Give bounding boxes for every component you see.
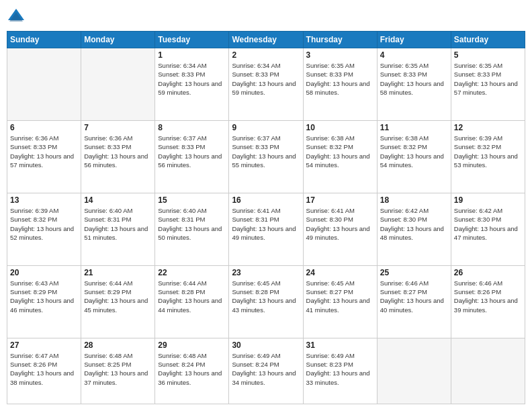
calendar-cell: 29Sunrise: 6:48 AM Sunset: 8:24 PM Dayli… [155,338,229,404]
day-number: 10 [306,123,374,132]
day-number: 11 [380,123,448,132]
day-number: 28 [84,340,152,350]
day-info: Sunrise: 6:46 AM Sunset: 8:27 PM Dayligh… [380,279,448,314]
day-number: 24 [306,268,374,277]
calendar-week-row: 1Sunrise: 6:34 AM Sunset: 8:33 PM Daylig… [7,48,525,121]
day-info: Sunrise: 6:44 AM Sunset: 8:28 PM Dayligh… [158,279,226,314]
day-info: Sunrise: 6:34 AM Sunset: 8:33 PM Dayligh… [232,61,300,97]
calendar-cell: 23Sunrise: 6:45 AM Sunset: 8:28 PM Dayli… [229,265,303,338]
day-number: 16 [232,195,300,205]
calendar-cell: 31Sunrise: 6:49 AM Sunset: 8:23 PM Dayli… [303,338,377,404]
day-info: Sunrise: 6:42 AM Sunset: 8:30 PM Dayligh… [454,206,522,242]
calendar-cell: 12Sunrise: 6:39 AM Sunset: 8:32 PM Dayli… [451,120,525,193]
day-number: 14 [84,195,152,205]
day-number: 26 [454,268,522,277]
calendar-cell: 26Sunrise: 6:46 AM Sunset: 8:26 PM Dayli… [451,265,525,338]
day-info: Sunrise: 6:36 AM Sunset: 8:33 PM Dayligh… [10,134,78,169]
day-info: Sunrise: 6:35 AM Sunset: 8:33 PM Dayligh… [454,61,522,97]
day-number: 19 [454,195,522,205]
days-of-week-row: SundayMondayTuesdayWednesdayThursdayFrid… [7,32,525,48]
calendar-cell: 27Sunrise: 6:47 AM Sunset: 8:26 PM Dayli… [7,338,81,404]
day-info: Sunrise: 6:44 AM Sunset: 8:29 PM Dayligh… [84,279,152,314]
day-number: 13 [10,195,78,205]
calendar-cell: 1Sunrise: 6:34 AM Sunset: 8:33 PM Daylig… [155,48,229,121]
day-number: 31 [306,340,374,350]
calendar-cell: 16Sunrise: 6:41 AM Sunset: 8:31 PM Dayli… [229,193,303,265]
day-number: 20 [10,268,78,277]
day-info: Sunrise: 6:41 AM Sunset: 8:30 PM Dayligh… [306,206,374,242]
day-number: 21 [84,268,152,277]
day-info: Sunrise: 6:47 AM Sunset: 8:26 PM Dayligh… [10,351,78,387]
day-info: Sunrise: 6:49 AM Sunset: 8:24 PM Dayligh… [232,351,300,387]
calendar-cell: 10Sunrise: 6:38 AM Sunset: 8:32 PM Dayli… [303,120,377,193]
calendar-cell: 13Sunrise: 6:39 AM Sunset: 8:32 PM Dayli… [7,193,81,265]
calendar-week-row: 27Sunrise: 6:47 AM Sunset: 8:26 PM Dayli… [7,338,525,404]
day-info: Sunrise: 6:39 AM Sunset: 8:32 PM Dayligh… [10,206,78,242]
day-info: Sunrise: 6:37 AM Sunset: 8:33 PM Dayligh… [232,134,300,169]
day-info: Sunrise: 6:46 AM Sunset: 8:26 PM Dayligh… [454,279,522,314]
calendar-cell: 30Sunrise: 6:49 AM Sunset: 8:24 PM Dayli… [229,338,303,404]
calendar-cell: 14Sunrise: 6:40 AM Sunset: 8:31 PM Dayli… [81,193,155,265]
day-info: Sunrise: 6:40 AM Sunset: 8:31 PM Dayligh… [84,206,152,242]
day-number: 23 [232,268,300,277]
calendar-week-row: 20Sunrise: 6:43 AM Sunset: 8:29 PM Dayli… [7,265,525,338]
day-number: 2 [232,50,300,60]
calendar-cell [451,338,525,404]
day-info: Sunrise: 6:49 AM Sunset: 8:23 PM Dayligh… [306,351,374,387]
day-number: 4 [380,50,448,60]
calendar-cell: 15Sunrise: 6:40 AM Sunset: 8:31 PM Dayli… [155,193,229,265]
day-number: 30 [232,340,300,350]
day-info: Sunrise: 6:43 AM Sunset: 8:29 PM Dayligh… [10,279,78,314]
calendar-body: 1Sunrise: 6:34 AM Sunset: 8:33 PM Daylig… [7,48,525,404]
calendar-cell [81,48,155,121]
day-number: 15 [158,195,226,205]
dow-header: Saturday [451,32,525,48]
calendar-cell: 17Sunrise: 6:41 AM Sunset: 8:30 PM Dayli… [303,193,377,265]
day-info: Sunrise: 6:35 AM Sunset: 8:33 PM Dayligh… [306,61,374,97]
calendar-cell: 6Sunrise: 6:36 AM Sunset: 8:33 PM Daylig… [7,120,81,193]
day-number: 9 [232,123,300,132]
day-number: 17 [306,195,374,205]
dow-header: Tuesday [155,32,229,48]
day-number: 12 [454,123,522,132]
day-info: Sunrise: 6:40 AM Sunset: 8:31 PM Dayligh… [158,206,226,242]
day-number: 29 [158,340,226,350]
calendar-cell: 3Sunrise: 6:35 AM Sunset: 8:33 PM Daylig… [303,48,377,121]
calendar-cell: 22Sunrise: 6:44 AM Sunset: 8:28 PM Dayli… [155,265,229,338]
calendar-week-row: 6Sunrise: 6:36 AM Sunset: 8:33 PM Daylig… [7,120,525,193]
logo-icon [7,7,26,26]
dow-header: Thursday [303,32,377,48]
day-number: 7 [84,123,152,132]
day-info: Sunrise: 6:41 AM Sunset: 8:31 PM Dayligh… [232,206,300,242]
calendar-cell: 25Sunrise: 6:46 AM Sunset: 8:27 PM Dayli… [377,265,451,338]
day-number: 25 [380,268,448,277]
calendar-cell: 11Sunrise: 6:38 AM Sunset: 8:32 PM Dayli… [377,120,451,193]
day-info: Sunrise: 6:48 AM Sunset: 8:24 PM Dayligh… [158,351,226,387]
day-info: Sunrise: 6:34 AM Sunset: 8:33 PM Dayligh… [158,61,226,97]
day-number: 18 [380,195,448,205]
calendar-cell: 18Sunrise: 6:42 AM Sunset: 8:30 PM Dayli… [377,193,451,265]
header [7,7,525,26]
day-info: Sunrise: 6:38 AM Sunset: 8:32 PM Dayligh… [380,134,448,169]
dow-header: Sunday [7,32,81,48]
day-info: Sunrise: 6:39 AM Sunset: 8:32 PM Dayligh… [454,134,522,169]
calendar-cell: 2Sunrise: 6:34 AM Sunset: 8:33 PM Daylig… [229,48,303,121]
day-info: Sunrise: 6:42 AM Sunset: 8:30 PM Dayligh… [380,206,448,242]
page: SundayMondayTuesdayWednesdayThursdayFrid… [0,0,532,411]
day-number: 1 [158,50,226,60]
day-number: 8 [158,123,226,132]
day-number: 22 [158,268,226,277]
day-info: Sunrise: 6:48 AM Sunset: 8:25 PM Dayligh… [84,351,152,387]
calendar-cell: 9Sunrise: 6:37 AM Sunset: 8:33 PM Daylig… [229,120,303,193]
calendar-cell: 20Sunrise: 6:43 AM Sunset: 8:29 PM Dayli… [7,265,81,338]
calendar-cell: 4Sunrise: 6:35 AM Sunset: 8:33 PM Daylig… [377,48,451,121]
day-number: 3 [306,50,374,60]
day-number: 6 [10,123,78,132]
calendar-cell [377,338,451,404]
logo [7,7,27,26]
calendar-cell: 7Sunrise: 6:36 AM Sunset: 8:33 PM Daylig… [81,120,155,193]
day-info: Sunrise: 6:36 AM Sunset: 8:33 PM Dayligh… [84,134,152,169]
dow-header: Wednesday [229,32,303,48]
day-info: Sunrise: 6:35 AM Sunset: 8:33 PM Dayligh… [380,61,448,97]
calendar-cell: 8Sunrise: 6:37 AM Sunset: 8:33 PM Daylig… [155,120,229,193]
